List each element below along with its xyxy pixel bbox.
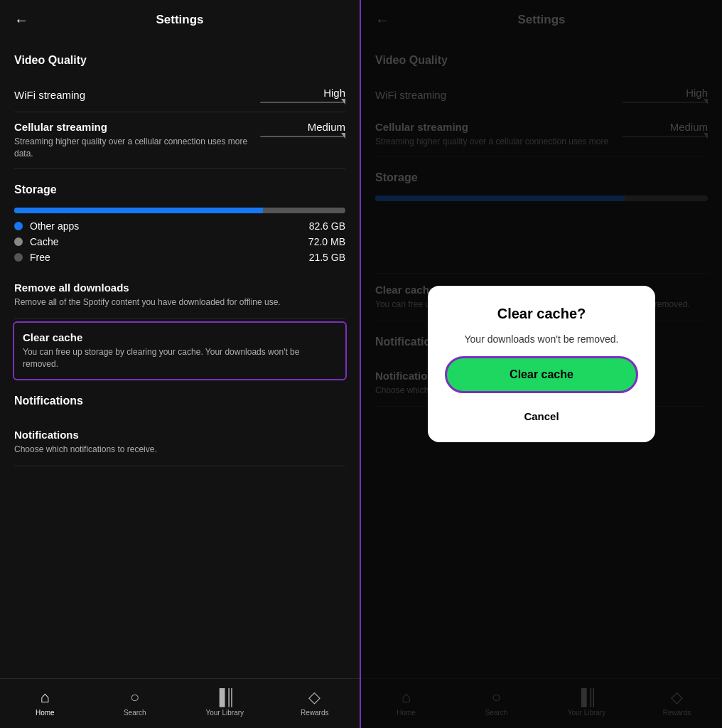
left-search-label: Search <box>124 709 146 717</box>
left-nav-home[interactable]: ⌂ Home <box>0 688 90 717</box>
left-rewards-icon: ◇ <box>308 688 320 707</box>
left-legend-cache-dot <box>14 237 23 246</box>
left-legend-free-label: Free <box>30 252 302 263</box>
left-nav-rewards[interactable]: ◇ Rewards <box>270 688 360 717</box>
left-library-icon: ▐║ <box>214 688 236 707</box>
left-clear-cache-row[interactable]: Clear cache You can free up storage by c… <box>13 321 347 380</box>
modal-overlay: Clear cache? Your downloads won't be rem… <box>361 0 722 728</box>
left-cellular-desc: Streaming higher quality over a cellular… <box>14 136 252 160</box>
left-notifications-title: Notifications <box>14 429 345 441</box>
left-storage-bar-wrap: Other apps 82.6 GB Cache 72.0 MB Free 21… <box>14 208 345 263</box>
left-search-icon: ○ <box>130 688 139 707</box>
left-legend-cache-size: 72.0 MB <box>308 236 345 247</box>
left-bottom-nav: ⌂ Home ○ Search ▐║ Your Library ◇ Reward… <box>0 678 360 728</box>
left-remove-downloads-desc: Remove all of the Spotify content you ha… <box>14 296 345 309</box>
left-rewards-label: Rewards <box>301 709 328 717</box>
left-storage-legend: Other apps 82.6 GB Cache 72.0 MB Free 21… <box>14 220 345 263</box>
left-wifi-row: WiFi streaming High <box>14 78 345 112</box>
left-legend-other-size: 82.6 GB <box>309 220 345 232</box>
left-content: Video Quality WiFi streaming High Cellul… <box>0 40 360 678</box>
left-notifications-row[interactable]: Notifications Choose which notifications… <box>14 419 345 466</box>
left-legend-cache-label: Cache <box>30 236 301 247</box>
left-cellular-left: Cellular streaming Streaming higher qual… <box>14 121 252 160</box>
left-clear-cache-desc: You can free up storage by clearing your… <box>23 346 337 370</box>
left-clear-cache-title: Clear cache <box>23 331 337 343</box>
modal-clear-button[interactable]: Clear cache <box>445 356 638 393</box>
left-cellular-value: Medium <box>308 121 345 133</box>
left-back-button[interactable]: ← <box>14 12 28 28</box>
left-legend-free-dot <box>14 253 23 262</box>
left-wifi-slider[interactable] <box>260 102 345 103</box>
left-legend-free-size: 21.5 GB <box>309 252 345 263</box>
left-remove-downloads-row[interactable]: Remove all downloads Remove all of the S… <box>14 272 345 319</box>
left-cellular-row: Cellular streaming Streaming higher qual… <box>14 112 345 169</box>
left-wifi-label: WiFi streaming <box>14 89 85 101</box>
left-legend-other: Other apps 82.6 GB <box>14 220 345 232</box>
left-home-label: Home <box>36 709 55 717</box>
left-nav-library[interactable]: ▐║ Your Library <box>180 688 270 717</box>
left-legend-other-label: Other apps <box>30 220 302 232</box>
modal-cancel-button[interactable]: Cancel <box>518 405 564 428</box>
left-cellular-right: Medium <box>260 121 345 137</box>
left-nav-search[interactable]: ○ Search <box>90 688 180 717</box>
left-cellular-title: Cellular streaming <box>14 121 252 133</box>
left-storage-bar <box>14 208 345 213</box>
left-legend-other-dot <box>14 222 23 230</box>
modal-title: Clear cache? <box>497 306 586 322</box>
left-video-quality-header: Video Quality <box>14 54 345 67</box>
right-screen: Clear cache? Your downloads won't be rem… <box>361 0 722 728</box>
left-legend-cache: Cache 72.0 MB <box>14 236 345 247</box>
left-wifi-value-wrap: High <box>260 87 345 103</box>
left-library-label: Your Library <box>205 709 244 717</box>
left-cellular-slider[interactable] <box>260 136 345 137</box>
left-storage-header: Storage <box>14 183 345 196</box>
clear-cache-modal: Clear cache? Your downloads won't be rem… <box>428 286 655 442</box>
left-storage-bar-used <box>14 208 263 213</box>
left-notifications-desc: Choose which notifications to receive. <box>14 444 345 456</box>
left-wifi-value: High <box>323 87 345 99</box>
left-notifications-header: Notifications <box>14 395 345 407</box>
left-home-icon: ⌂ <box>41 688 50 707</box>
modal-desc: Your downloads won't be removed. <box>465 333 619 345</box>
left-screen: ← Settings Video Quality WiFi streaming … <box>0 0 361 728</box>
left-header-title: Settings <box>156 13 203 27</box>
left-remove-downloads-title: Remove all downloads <box>14 282 345 294</box>
left-header: ← Settings <box>0 0 360 40</box>
left-legend-free: Free 21.5 GB <box>14 252 345 263</box>
